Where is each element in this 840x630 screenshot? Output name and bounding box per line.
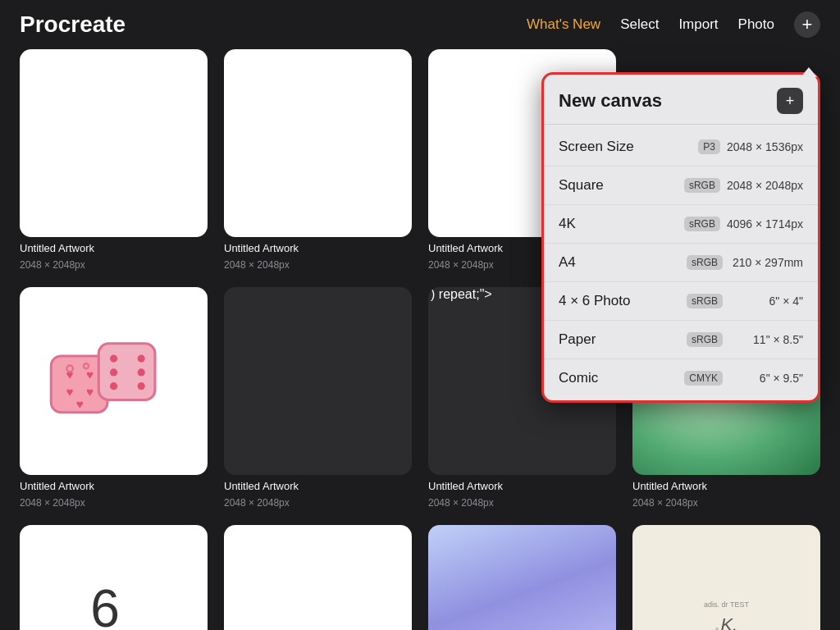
artwork-item[interactable]: ♥ ♥ ♥ ♥ ♥ Untitled Artwork 2048 × 2048px bbox=[20, 287, 208, 509]
artwork-label: Untitled Artwork bbox=[632, 480, 820, 492]
canvas-name: Screen Size bbox=[559, 139, 698, 155]
svg-text:6: 6 bbox=[91, 580, 121, 630]
dice-illustration: ♥ ♥ ♥ ♥ ♥ bbox=[39, 306, 189, 456]
canvas-meta: sRGB 11" × 8.5" bbox=[687, 332, 803, 347]
artwork-thumbnail bbox=[224, 287, 412, 475]
canvas-name: Comic bbox=[559, 370, 684, 386]
svg-point-8 bbox=[138, 354, 145, 362]
canvas-meta: sRGB 6" × 4" bbox=[687, 294, 803, 308]
new-canvas-add-button[interactable]: + bbox=[777, 88, 803, 114]
artwork-size: 2048 × 2048px bbox=[20, 497, 208, 509]
artwork-item[interactable] bbox=[428, 525, 616, 630]
svg-text:♥: ♥ bbox=[76, 397, 84, 411]
canvas-name: 4K bbox=[559, 216, 684, 232]
artwork-item[interactable]: Untitled Artwork 2048 × 2048px bbox=[20, 49, 208, 271]
canvas-meta: sRGB 4096 × 1714px bbox=[684, 217, 803, 231]
artwork-thumbnail bbox=[224, 49, 412, 237]
canvas-name: 4 × 6 Photo bbox=[559, 293, 687, 309]
dropdown-title: New canvas bbox=[559, 90, 662, 112]
artwork-label: Untitled Artwork bbox=[20, 242, 208, 254]
artwork-size: 2048 × 2048px bbox=[428, 497, 616, 509]
artwork-label: Untitled Artwork bbox=[428, 480, 616, 492]
canvas-badge: sRGB bbox=[687, 332, 723, 347]
artwork-thumbnail: ♥ ♥ ♥ ♥ ♥ bbox=[20, 287, 208, 475]
artwork-size: 2048 × 2048px bbox=[20, 259, 208, 271]
canvas-badge: P3 bbox=[698, 139, 720, 154]
artwork-size: 2048 × 2048px bbox=[224, 497, 412, 509]
plus-icon: + bbox=[786, 93, 795, 110]
svg-point-10 bbox=[138, 368, 145, 376]
artwork-thumbnail bbox=[428, 525, 616, 630]
canvas-dims: 4096 × 1714px bbox=[727, 217, 803, 231]
artwork-size: 2048 × 2048px bbox=[224, 259, 412, 271]
canvas-badge: sRGB bbox=[684, 178, 720, 193]
add-button[interactable]: + bbox=[794, 11, 820, 38]
svg-point-11 bbox=[110, 382, 117, 390]
artwork-item[interactable]: Untitled Artwork 2048 × 2048px bbox=[224, 49, 412, 271]
artwork-item[interactable]: Untitled Artwork 2048 × 2048px bbox=[224, 287, 412, 509]
artwork-item[interactable] bbox=[224, 525, 412, 630]
canvas-dims: 2048 × 1536px bbox=[727, 140, 803, 153]
canvas-dims: 6" × 9.5" bbox=[729, 372, 803, 385]
nav-whats-new[interactable]: What's New bbox=[527, 16, 600, 33]
canvas-dims: 210 × 297mm bbox=[729, 256, 803, 269]
nav-photo[interactable]: Photo bbox=[738, 16, 774, 33]
canvas-name: Paper bbox=[559, 331, 687, 348]
canvas-list-item[interactable]: A4 sRGB 210 × 297mm bbox=[544, 244, 818, 282]
canvas-name: Square bbox=[559, 177, 684, 194]
artwork-thumbnail bbox=[20, 49, 208, 237]
canvas-list-item[interactable]: 4 × 6 Photo sRGB 6" × 4" bbox=[544, 282, 818, 321]
svg-point-12 bbox=[138, 382, 145, 390]
canvas-list-item[interactable]: Screen Size P3 2048 × 1536px bbox=[544, 128, 818, 167]
text-art-content: adis. dr TEST » K. bbox=[697, 593, 756, 630]
canvas-dims: 11" × 8.5" bbox=[729, 333, 803, 346]
app-header: Procreate What's New Select Import Photo… bbox=[0, 0, 840, 49]
svg-text:♥: ♥ bbox=[86, 385, 94, 399]
canvas-list-item[interactable]: Paper sRGB 11" × 8.5" bbox=[544, 321, 818, 359]
new-canvas-dropdown: New canvas + Screen Size P3 2048 × 1536p… bbox=[541, 72, 820, 403]
artwork-item[interactable]: adis. dr TEST » K. bbox=[632, 525, 820, 630]
canvas-list-item[interactable]: Square sRGB 2048 × 2048px bbox=[544, 167, 818, 205]
plus-icon: + bbox=[802, 16, 813, 34]
canvas-list-item[interactable]: Comic CMYK 6" × 9.5" bbox=[544, 359, 818, 397]
dropdown-arrow bbox=[801, 67, 817, 77]
canvas-list: Screen Size P3 2048 × 1536px Square sRGB… bbox=[544, 125, 818, 400]
artwork-item[interactable]: 6 bbox=[20, 525, 208, 630]
sketch-art: 6 bbox=[48, 553, 179, 630]
canvas-dims: 2048 × 2048px bbox=[727, 179, 803, 192]
svg-text:♥: ♥ bbox=[66, 385, 73, 399]
header-nav: What's New Select Import Photo + bbox=[527, 11, 820, 38]
canvas-badge: CMYK bbox=[684, 371, 723, 386]
artwork-label: Untitled Artwork bbox=[224, 242, 412, 254]
canvas-badge: sRGB bbox=[687, 255, 723, 270]
nav-select[interactable]: Select bbox=[620, 16, 659, 33]
canvas-meta: P3 2048 × 1536px bbox=[698, 139, 803, 154]
svg-rect-6 bbox=[98, 344, 155, 400]
canvas-meta: sRGB 210 × 297mm bbox=[687, 255, 803, 270]
canvas-meta: CMYK 6" × 9.5" bbox=[684, 371, 803, 386]
canvas-list-item[interactable]: 4K sRGB 4096 × 1714px bbox=[544, 205, 818, 244]
svg-point-7 bbox=[110, 354, 117, 362]
canvas-meta: sRGB 2048 × 2048px bbox=[684, 178, 803, 193]
canvas-badge: sRGB bbox=[684, 217, 720, 231]
app-title: Procreate bbox=[20, 11, 126, 38]
artwork-thumbnail bbox=[224, 525, 412, 630]
artwork-thumbnail: 6 bbox=[20, 525, 208, 630]
artwork-size: 2048 × 2048px bbox=[632, 497, 820, 509]
artwork-label: Untitled Artwork bbox=[20, 480, 208, 492]
artwork-thumbnail: adis. dr TEST » K. bbox=[632, 525, 820, 630]
artwork-label: Untitled Artwork bbox=[224, 480, 412, 492]
nav-import[interactable]: Import bbox=[678, 16, 718, 33]
canvas-badge: sRGB bbox=[687, 294, 723, 308]
canvas-name: A4 bbox=[559, 254, 687, 271]
canvas-dims: 6" × 4" bbox=[729, 294, 803, 308]
dropdown-header: New canvas + bbox=[544, 75, 818, 125]
svg-point-9 bbox=[110, 368, 117, 376]
